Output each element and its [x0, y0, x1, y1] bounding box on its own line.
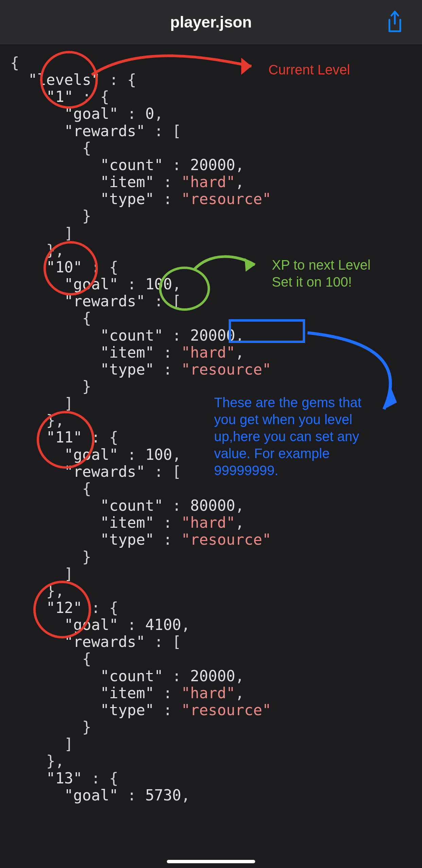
code-line: "type" : "resource": [10, 191, 422, 207]
code-line: "goal" : 4100,: [10, 616, 422, 633]
code-line: "count" : 20000,: [10, 668, 422, 685]
code-line: ]: [10, 225, 422, 242]
code-line: "goal" : 0,: [10, 105, 422, 122]
code-line: "item" : "hard",: [10, 514, 422, 531]
share-icon[interactable]: [385, 10, 405, 34]
code-line: }: [10, 378, 422, 395]
code-line: "levels" : {: [10, 71, 422, 88]
code-line: "rewards" : [: [10, 633, 422, 650]
annotation-current-level: Current Level: [268, 61, 350, 78]
code-line: "type" : "resource": [10, 361, 422, 378]
code-line: "1" : {: [10, 88, 422, 105]
header-bar: player.json: [0, 0, 422, 44]
code-line: {: [10, 140, 422, 157]
code-line: "goal" : 5730,: [10, 787, 422, 804]
code-line: "item" : "hard",: [10, 685, 422, 702]
code-line: "12" : {: [10, 599, 422, 616]
code-line: "item" : "hard",: [10, 174, 422, 191]
code-line: "type" : "resource": [10, 702, 422, 719]
code-line: {: [10, 650, 422, 667]
code-line: "item" : "hard",: [10, 344, 422, 361]
code-line: "count" : 20000,: [10, 327, 422, 344]
code-line: {: [10, 310, 422, 327]
home-indicator[interactable]: [167, 860, 255, 863]
code-line: "type" : "resource": [10, 531, 422, 548]
code-line: ]: [10, 736, 422, 753]
code-line: }: [10, 548, 422, 565]
code-line: },: [10, 753, 422, 770]
code-line: }: [10, 207, 422, 224]
page-title: player.json: [170, 13, 252, 31]
annotation-xp-next-level: XP to next Level Set it on 100!: [272, 256, 371, 290]
code-line: "13" : {: [10, 770, 422, 787]
code-line: "rewards" : [: [10, 123, 422, 140]
code-line: "rewards" : [: [10, 293, 422, 310]
code-line: ]: [10, 565, 422, 582]
code-line: },: [10, 582, 422, 599]
code-line: "count" : 80000,: [10, 497, 422, 514]
code-line: {: [10, 54, 422, 71]
code-line: "count" : 20000,: [10, 157, 422, 174]
code-line: {: [10, 480, 422, 497]
annotation-gems-explainer: These are the gems that you get when you…: [214, 394, 398, 479]
code-line: }: [10, 719, 422, 736]
